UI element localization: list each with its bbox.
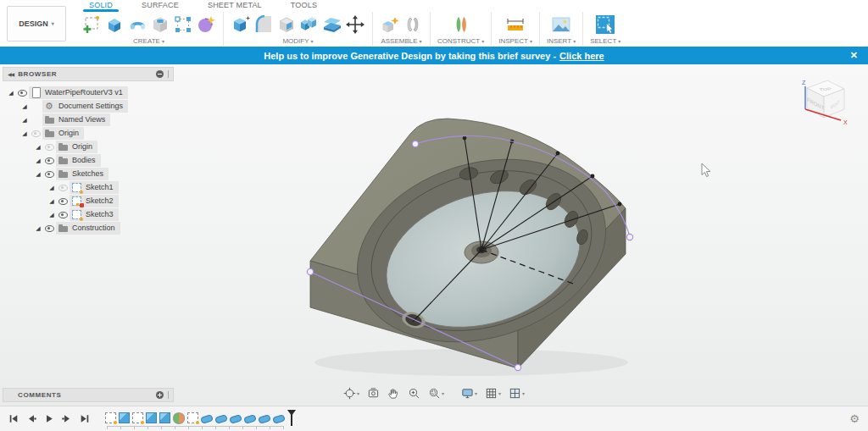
tree-item[interactable]: Sketch1 — [3, 180, 174, 194]
ribbon-tab[interactable]: SURFACE — [127, 0, 193, 11]
step-forward-button[interactable] — [62, 414, 72, 423]
tree-item[interactable]: Document Settings — [3, 99, 174, 113]
expander-icon[interactable] — [47, 209, 57, 220]
panel-grip[interactable] — [168, 70, 169, 78]
expander-icon[interactable] — [47, 182, 57, 193]
collapse-panel-icon[interactable]: ◀◀ — [8, 71, 14, 77]
measure-icon[interactable] — [505, 14, 526, 35]
joint-icon[interactable] — [403, 14, 423, 35]
inspect-dropdown[interactable]: INSPECT ▾ — [498, 37, 532, 45]
combine-icon[interactable] — [299, 14, 320, 35]
tree-item-chip[interactable]: Document Settings — [42, 100, 128, 113]
hole-icon[interactable] — [150, 14, 170, 35]
pattern-icon[interactable] — [173, 14, 193, 35]
new-component-icon[interactable] — [380, 14, 400, 35]
tree-item-chip[interactable]: Bodies — [56, 154, 101, 167]
timeline-feature[interactable] — [200, 414, 214, 424]
banner-survey-link[interactable]: Click here — [559, 51, 604, 61]
visibility-eye-icon[interactable] — [57, 196, 70, 207]
panel-grip[interactable] — [168, 391, 169, 399]
expander-icon[interactable] — [33, 169, 43, 180]
tree-item-chip[interactable]: Origin — [42, 127, 84, 140]
form-icon[interactable] — [196, 14, 216, 35]
add-comment-icon[interactable] — [156, 391, 164, 399]
tree-item[interactable]: Sketches — [3, 167, 174, 180]
timeline-feature[interactable] — [159, 412, 170, 423]
expander-icon[interactable] — [33, 223, 43, 234]
timeline-feature[interactable] — [187, 412, 198, 423]
banner-close-icon[interactable]: ✕ — [850, 47, 858, 64]
visibility-eye-icon[interactable] — [43, 155, 56, 166]
visibility-eye-icon[interactable] — [57, 209, 70, 220]
assemble-dropdown[interactable]: ASSEMBLE ▾ — [381, 37, 421, 45]
expander-icon[interactable] — [19, 114, 30, 125]
timeline-settings-gear-icon[interactable]: ⚙ — [849, 413, 860, 424]
select-dropdown[interactable]: SELECT ▾ — [590, 37, 620, 45]
orbit-button[interactable]: ▾ — [341, 386, 362, 401]
zoom-button[interactable] — [405, 386, 423, 401]
tree-item-chip[interactable]: Sketch3 — [70, 208, 119, 221]
expander-icon[interactable] — [19, 128, 30, 139]
3d-viewport[interactable]: ◀◀ BROWSER WaterPipeRouterV3 v1 — [0, 64, 868, 406]
tree-item[interactable]: Named Views — [3, 113, 174, 126]
timeline-feature[interactable] — [132, 412, 143, 423]
step-back-button[interactable] — [26, 414, 36, 423]
tree-item[interactable]: Sketch3 — [3, 207, 174, 221]
tree-item-chip[interactable]: Construction — [56, 222, 120, 235]
revolve-icon[interactable] — [127, 14, 147, 35]
tree-item[interactable]: Sketch2 — [3, 194, 174, 207]
tree-item[interactable]: Origin — [3, 126, 174, 140]
modify-dropdown[interactable]: MODIFY ▾ — [282, 37, 313, 45]
tree-item-chip[interactable]: Sketch1 — [70, 181, 119, 194]
tree-item-chip[interactable]: Sketches — [56, 168, 108, 180]
pan-button[interactable] — [385, 386, 403, 401]
timeline-track[interactable] — [105, 408, 292, 430]
tree-item-chip[interactable]: WaterPipeRouterV3 v1 — [29, 86, 128, 99]
fit-button[interactable]: ▾ — [426, 386, 447, 401]
play-button[interactable] — [44, 414, 54, 423]
tree-item-chip[interactable]: Origin — [56, 141, 97, 153]
view-cube[interactable]: TOP FRONT RIGHT Z X — [788, 68, 860, 135]
timeline-position-marker[interactable] — [291, 411, 292, 426]
insert-image-icon[interactable] — [551, 14, 571, 35]
insert-dropdown[interactable]: INSERT ▾ — [547, 37, 576, 45]
design-workspace-menu[interactable]: DESIGN ▾ — [7, 6, 66, 41]
expander-icon[interactable] — [6, 87, 16, 98]
expander-icon[interactable] — [19, 101, 30, 112]
ribbon-tab[interactable]: SOLID — [75, 0, 127, 11]
browser-panel-header[interactable]: ◀◀ BROWSER — [3, 67, 174, 81]
construction-plane-icon[interactable] — [451, 14, 471, 35]
grid-settings-button[interactable]: ▾ — [482, 386, 504, 401]
visibility-eye-icon[interactable] — [43, 223, 56, 234]
go-to-end-button[interactable] — [80, 414, 90, 423]
visibility-eye-icon[interactable] — [30, 128, 42, 139]
timeline-feature[interactable] — [119, 412, 130, 423]
timeline-feature[interactable] — [272, 414, 286, 424]
timeline-feature[interactable] — [229, 414, 242, 424]
ribbon-tab[interactable]: TOOLS — [276, 0, 331, 11]
create-dropdown[interactable]: CREATE ▾ — [133, 37, 164, 45]
tree-item-chip[interactable]: Sketch2 — [70, 195, 119, 207]
expander-icon[interactable] — [47, 196, 57, 207]
timeline-feature[interactable] — [243, 414, 257, 424]
visibility-eye-icon[interactable] — [43, 141, 56, 152]
create-sketch-icon[interactable] — [81, 14, 102, 35]
comments-panel-header[interactable]: COMMENTS — [3, 388, 174, 402]
move-icon[interactable] — [345, 14, 365, 35]
look-at-button[interactable] — [364, 386, 382, 401]
tree-item-chip[interactable]: Named Views — [42, 113, 110, 126]
shell-icon[interactable] — [276, 14, 297, 35]
visibility-eye-icon[interactable] — [16, 87, 29, 98]
offset-face-icon[interactable] — [322, 14, 342, 35]
minimize-panel-icon[interactable] — [156, 70, 164, 78]
tree-item[interactable]: Origin — [3, 140, 174, 153]
viewports-button[interactable]: ▾ — [506, 386, 527, 401]
tree-item[interactable]: Bodies — [3, 153, 174, 167]
construct-dropdown[interactable]: CONSTRUCT ▾ — [437, 37, 484, 45]
expander-icon[interactable] — [33, 155, 43, 166]
expander-icon[interactable] — [33, 141, 43, 152]
tree-item[interactable]: Construction — [3, 221, 174, 235]
timeline-feature[interactable] — [214, 414, 228, 424]
visibility-eye-icon[interactable] — [57, 182, 70, 193]
display-settings-button[interactable]: ▾ — [459, 386, 480, 401]
